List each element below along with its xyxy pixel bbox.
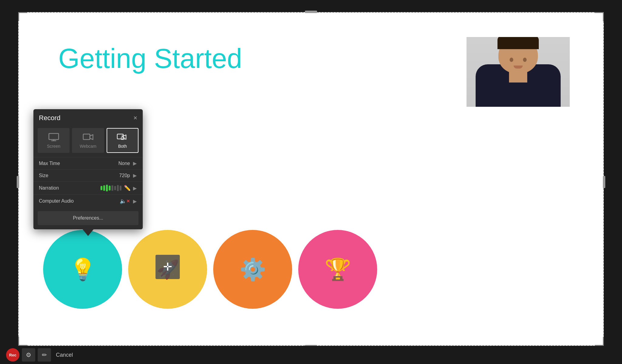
source-webcam-label: Webcam xyxy=(80,144,97,149)
source-buttons-container: Screen Webcam Both xyxy=(33,126,143,157)
webcam-preview xyxy=(466,37,570,107)
narration-chevron[interactable]: ▶ xyxy=(132,185,137,191)
bracket-bottom-right xyxy=(595,337,604,346)
handle-left[interactable] xyxy=(17,176,19,188)
source-both-label: Both xyxy=(118,144,127,149)
max-time-label: Max Time xyxy=(39,161,118,166)
record-panel: Record × Screen Webcam xyxy=(33,109,143,229)
move-cursor-overlay: ✛ xyxy=(156,255,180,279)
speaker-icon: 🔈 xyxy=(120,198,126,204)
bracket-top-left xyxy=(18,12,27,21)
rec-button[interactable]: Rec xyxy=(6,348,19,362)
circle-settings: ⚙️ xyxy=(213,230,292,309)
record-panel-header: Record × xyxy=(33,109,143,126)
webcam-icon xyxy=(83,133,94,141)
size-row: Size 720p ▶ xyxy=(33,169,143,181)
narration-level-bars xyxy=(101,185,121,191)
size-chevron[interactable]: ▶ xyxy=(132,173,137,178)
mute-x-icon: ✕ xyxy=(126,199,130,204)
bar-1 xyxy=(101,186,102,190)
handle-right[interactable] xyxy=(603,176,605,188)
preferences-button[interactable]: Preferences... xyxy=(38,211,138,225)
screen-icon xyxy=(48,133,59,141)
max-time-value: None xyxy=(118,161,130,166)
source-webcam-button[interactable]: Webcam xyxy=(72,128,104,153)
bar-7 xyxy=(117,185,119,191)
source-screen-label: Screen xyxy=(47,144,60,149)
size-value: 720p xyxy=(119,173,130,178)
edit-icon-button[interactable]: ✏ xyxy=(38,348,51,362)
circle-achievement: 🏆 xyxy=(298,230,377,309)
both-icon xyxy=(117,133,128,141)
bar-4 xyxy=(109,186,111,190)
computer-audio-label: Computer Audio xyxy=(39,198,120,204)
settings-icon-button[interactable]: ⚙ xyxy=(22,348,35,362)
computer-audio-chevron[interactable]: ▶ xyxy=(132,198,137,204)
microphone-icon[interactable]: ✏️ xyxy=(124,185,131,191)
close-button[interactable]: × xyxy=(133,115,137,121)
computer-audio-row: Computer Audio 🔈 ✕ ▶ xyxy=(33,194,143,207)
circles-row: 💡 ✛ 🚀 ⚙️ 🏆 xyxy=(43,230,579,309)
svg-rect-0 xyxy=(49,133,59,140)
cancel-button[interactable]: Cancel xyxy=(53,352,75,358)
gear-icon: ⚙ xyxy=(26,351,31,359)
bottom-toolbar: Rec ⚙ ✏ Cancel xyxy=(0,346,622,364)
svg-rect-3 xyxy=(83,134,90,140)
narration-label: Narration xyxy=(39,185,101,191)
audio-muted-indicator: 🔈 ✕ xyxy=(120,198,130,204)
bar-8 xyxy=(120,186,121,190)
circle-idea: 💡 xyxy=(43,230,122,309)
pencil-icon: ✏ xyxy=(42,351,47,359)
handle-top[interactable] xyxy=(305,11,317,13)
bar-3 xyxy=(106,185,108,191)
max-time-row: Max Time None ▶ xyxy=(33,157,143,169)
circle-launch: ✛ 🚀 xyxy=(128,230,207,309)
slide-title: Getting Started xyxy=(58,43,242,74)
size-label: Size xyxy=(39,173,119,178)
max-time-chevron[interactable]: ▶ xyxy=(132,160,137,166)
source-screen-button[interactable]: Screen xyxy=(38,128,70,153)
bar-5 xyxy=(111,185,113,191)
narration-row: Narration ✏️ ▶ xyxy=(33,181,143,194)
source-both-button[interactable]: Both xyxy=(107,128,138,153)
bracket-top-right xyxy=(595,12,604,21)
panel-pointer xyxy=(83,229,94,236)
svg-point-6 xyxy=(122,135,124,137)
bracket-bottom-left xyxy=(18,337,27,346)
record-panel-title: Record xyxy=(39,114,60,122)
bar-2 xyxy=(103,185,105,191)
bar-6 xyxy=(114,186,116,190)
